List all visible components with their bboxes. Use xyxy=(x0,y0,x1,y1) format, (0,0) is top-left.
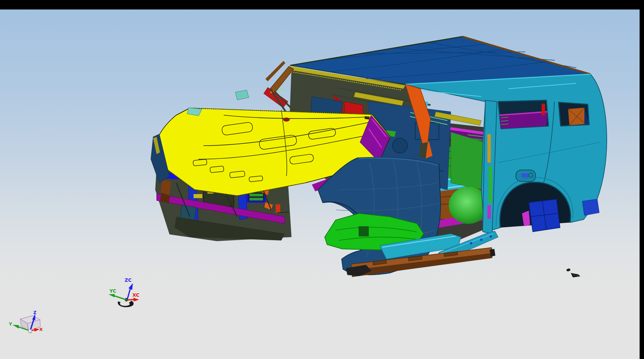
wcs-z-label: ZC xyxy=(125,277,132,283)
cad-application-window: ZC YC XC Z Y X xyxy=(0,0,644,359)
datum-z-label: Z xyxy=(33,310,36,315)
left-a-pillar[interactable] xyxy=(235,61,295,115)
datum-csys[interactable]: Z Y X xyxy=(8,310,43,333)
wcs-x-label: XC xyxy=(133,292,140,298)
car-body-model[interactable] xyxy=(151,37,607,277)
wcs-base[interactable] xyxy=(118,301,134,307)
datum-x-label: X xyxy=(39,327,43,332)
window-top-bar xyxy=(0,0,644,9)
datum-origin-ball[interactable] xyxy=(28,330,32,333)
wcs-triad[interactable]: ZC YC XC xyxy=(108,277,139,307)
window-right-bar xyxy=(640,0,644,359)
wcs-z-axis[interactable] xyxy=(127,283,133,300)
datum-y-label: Y xyxy=(8,321,12,326)
wcs-y-label: YC xyxy=(109,288,116,294)
cad-viewport-canvas: ZC YC XC Z Y X xyxy=(0,0,644,359)
wcs-y-axis[interactable] xyxy=(108,294,127,300)
wcs-x-axis[interactable] xyxy=(127,298,139,301)
loose-fasteners[interactable] xyxy=(566,268,580,277)
